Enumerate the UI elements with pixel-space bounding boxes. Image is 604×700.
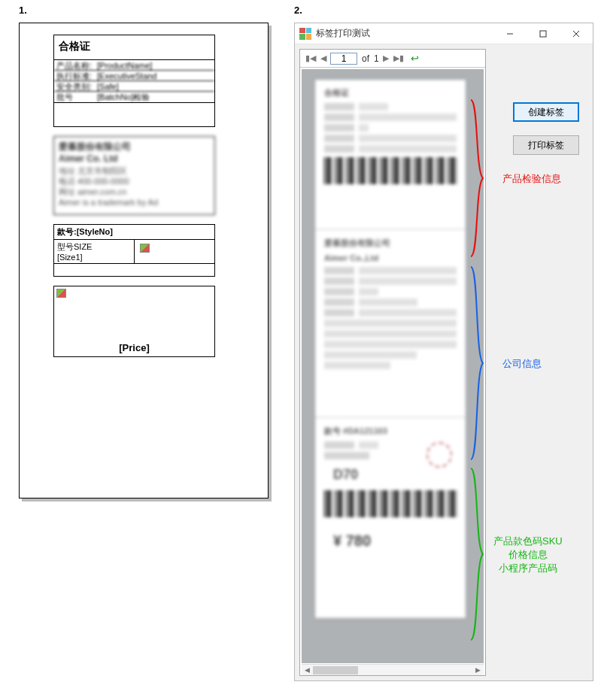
row-value: [ExecutiveStand bbox=[96, 71, 214, 80]
report-viewer: ▮◀ ◀ of 1 ▶ ▶▮ ↩ 合格证 bbox=[299, 49, 486, 676]
scroll-left-button[interactable]: ◀ bbox=[302, 665, 313, 676]
image-placeholder-icon bbox=[56, 289, 66, 298]
brace-blue bbox=[469, 265, 484, 461]
blank-area bbox=[54, 102, 214, 138]
row-value: [ProductName] bbox=[96, 60, 214, 70]
window-titlebar: 标签打印测试 bbox=[295, 23, 593, 44]
template-section-certificate: 合格证 产品名称:[ProductName] 执行标准:[ExecutiveSt… bbox=[53, 35, 215, 127]
prev-page-button[interactable]: ◀ bbox=[320, 53, 327, 63]
page-number-input[interactable] bbox=[330, 53, 357, 65]
template-section-company: 爱慕股份有限公司 Aimer Co. Ltd 地址 北京市朝阳区 电话 400-… bbox=[53, 136, 215, 215]
label-template: 合格证 产品名称:[ProductName] 执行标准:[ExecutiveSt… bbox=[53, 35, 215, 411]
brace-green bbox=[469, 467, 484, 641]
back-button[interactable]: ↩ bbox=[411, 53, 419, 64]
next-page-button[interactable]: ▶ bbox=[382, 53, 390, 63]
template-section-price: [Price] bbox=[53, 286, 215, 357]
scroll-thumb[interactable] bbox=[313, 666, 358, 674]
row-value: [BatchNo]检验 bbox=[96, 92, 214, 102]
row-value: [Safe] bbox=[96, 81, 214, 91]
annotation-sku: 产品款色码SKU 价格信息 小程序产品码 bbox=[493, 535, 563, 575]
close-button[interactable] bbox=[560, 23, 593, 44]
window-title: 标签打印测试 bbox=[316, 27, 493, 40]
panel-number-2: 2. bbox=[294, 5, 302, 16]
panel-number-1: 1. bbox=[19, 5, 27, 16]
first-page-button[interactable]: ▮◀ bbox=[305, 53, 317, 63]
scroll-right-button[interactable]: ▶ bbox=[472, 665, 484, 676]
create-label-button[interactable]: 创建标签 bbox=[513, 102, 579, 122]
size-value: [Size1] bbox=[57, 253, 131, 262]
last-page-button[interactable]: ▶▮ bbox=[393, 53, 405, 63]
label-preview-page: 合格证 爱慕股份有限公司 Aimer Co.,Ltd bbox=[315, 80, 466, 618]
scroll-track[interactable] bbox=[313, 665, 472, 676]
brace-red bbox=[469, 98, 484, 258]
horizontal-scrollbar[interactable]: ◀ ▶ bbox=[302, 664, 484, 675]
pager-toolbar: ▮◀ ◀ of 1 ▶ ▶▮ ↩ bbox=[300, 50, 485, 68]
row-label: 安全类别: bbox=[54, 81, 96, 91]
preview-area[interactable]: 合格证 爱慕股份有限公司 Aimer Co.,Ltd bbox=[302, 69, 484, 663]
style-no-field: 款号:[StyleNo] bbox=[54, 225, 214, 240]
row-label: 执行标准: bbox=[54, 71, 96, 80]
annotation-company: 公司信息 bbox=[502, 357, 542, 371]
print-test-window: 标签打印测试 ▮◀ ◀ of 1 ▶ ▶▮ ↩ 合格证 bbox=[294, 23, 593, 681]
minimize-button[interactable] bbox=[493, 23, 527, 44]
row-label: 批号 bbox=[54, 92, 96, 102]
of-label: of bbox=[360, 53, 371, 64]
image-placeholder-icon bbox=[140, 244, 150, 253]
annotation-inspection: 产品检验信息 bbox=[502, 172, 561, 186]
template-designer-panel: 合格证 产品名称:[ProductName] 执行标准:[ExecutiveSt… bbox=[19, 23, 269, 498]
row-label: 产品名称: bbox=[54, 60, 96, 70]
template-section-style: 款号:[StyleNo] 型号SIZE [Size1] bbox=[53, 224, 215, 277]
print-label-button[interactable]: 打印标签 bbox=[513, 135, 579, 155]
size-label: 型号SIZE bbox=[57, 241, 131, 253]
svg-rect-1 bbox=[540, 31, 546, 37]
app-icon bbox=[299, 28, 311, 40]
certificate-title: 合格证 bbox=[54, 35, 214, 59]
maximize-button[interactable] bbox=[527, 23, 560, 44]
total-pages: 1 bbox=[374, 53, 379, 64]
price-field: [Price] bbox=[54, 342, 214, 353]
